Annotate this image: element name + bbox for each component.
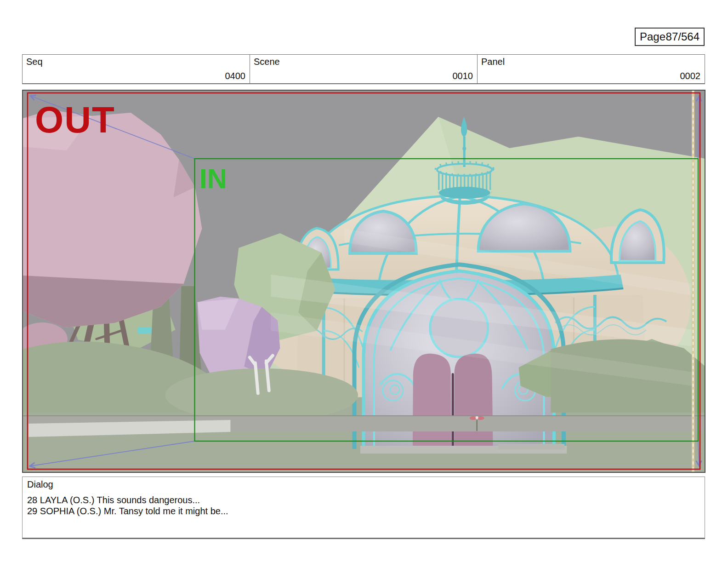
dialog-box: Dialog 28 LAYLA (O.S.) This sounds dange… xyxy=(22,477,705,539)
scene-render xyxy=(23,91,705,472)
page-label: Page xyxy=(640,30,665,43)
panel-cell: Panel 0002 xyxy=(478,55,705,83)
shot-info-table: Seq 0400 Scene 0010 Panel 0002 xyxy=(22,54,705,84)
dialog-label: Dialog xyxy=(27,479,700,490)
panel-value: 0002 xyxy=(680,71,701,81)
out-frame-label: OUT xyxy=(35,102,115,138)
panel-label: Panel xyxy=(481,57,505,67)
seq-cell: Seq 0400 xyxy=(23,55,250,83)
storyboard-panel: OUT IN xyxy=(22,90,705,473)
dialog-line: 29 SOPHIA (O.S.) Mr. Tansy told me it mi… xyxy=(27,506,700,517)
cut-stripe xyxy=(692,91,694,472)
in-frame-label: IN xyxy=(199,165,227,193)
seq-label: Seq xyxy=(26,57,43,67)
scene-value: 0010 xyxy=(453,71,473,81)
scene-label: Scene xyxy=(254,57,280,67)
seq-value: 0400 xyxy=(225,71,246,81)
page-number: 87/564 xyxy=(666,30,700,43)
storyboard-page: Page 87/564 Seq 0400 Scene 0010 Panel 00… xyxy=(0,0,728,563)
page-number-box: Page 87/564 xyxy=(635,28,705,46)
dialog-line: 28 LAYLA (O.S.) This sounds dangerous... xyxy=(27,494,700,506)
scene-cell: Scene 0010 xyxy=(250,55,478,83)
